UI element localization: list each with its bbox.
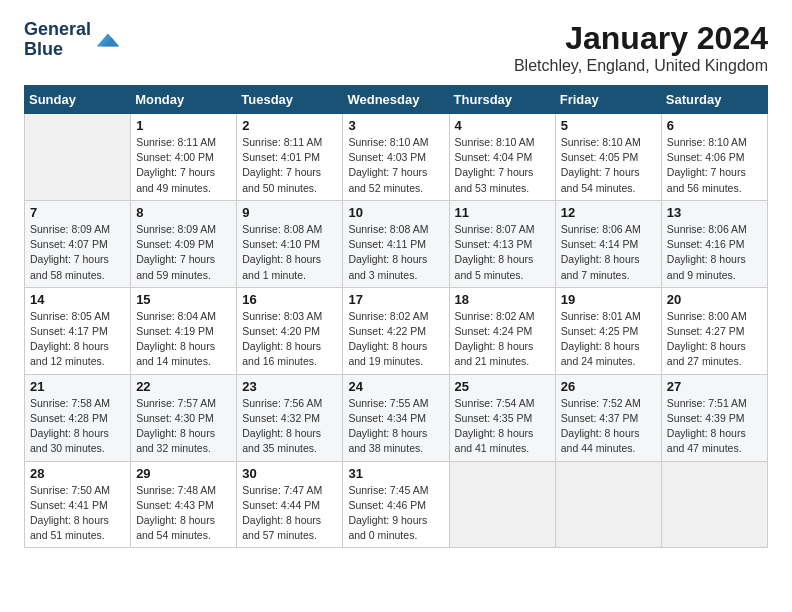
calendar-day-22: 22Sunrise: 7:57 AMSunset: 4:30 PMDayligh… (131, 374, 237, 461)
day-number: 10 (348, 205, 443, 220)
calendar-day-10: 10Sunrise: 8:08 AMSunset: 4:11 PMDayligh… (343, 200, 449, 287)
day-number: 7 (30, 205, 125, 220)
calendar-day-13: 13Sunrise: 8:06 AMSunset: 4:16 PMDayligh… (661, 200, 767, 287)
day-number: 18 (455, 292, 550, 307)
day-info: Sunrise: 7:48 AMSunset: 4:43 PMDaylight:… (136, 483, 231, 544)
calendar-day-20: 20Sunrise: 8:00 AMSunset: 4:27 PMDayligh… (661, 287, 767, 374)
day-info: Sunrise: 8:06 AMSunset: 4:14 PMDaylight:… (561, 222, 656, 283)
calendar-day-16: 16Sunrise: 8:03 AMSunset: 4:20 PMDayligh… (237, 287, 343, 374)
title-area: January 2024 Bletchley, England, United … (514, 20, 768, 75)
day-info: Sunrise: 8:08 AMSunset: 4:10 PMDaylight:… (242, 222, 337, 283)
day-info: Sunrise: 8:02 AMSunset: 4:22 PMDaylight:… (348, 309, 443, 370)
calendar-day-31: 31Sunrise: 7:45 AMSunset: 4:46 PMDayligh… (343, 461, 449, 548)
day-info: Sunrise: 8:02 AMSunset: 4:24 PMDaylight:… (455, 309, 550, 370)
calendar-day-29: 29Sunrise: 7:48 AMSunset: 4:43 PMDayligh… (131, 461, 237, 548)
col-header-tuesday: Tuesday (237, 86, 343, 114)
day-info: Sunrise: 7:54 AMSunset: 4:35 PMDaylight:… (455, 396, 550, 457)
calendar-header-row: SundayMondayTuesdayWednesdayThursdayFrid… (25, 86, 768, 114)
day-number: 2 (242, 118, 337, 133)
day-number: 5 (561, 118, 656, 133)
calendar-day-empty (449, 461, 555, 548)
calendar-day-5: 5Sunrise: 8:10 AMSunset: 4:05 PMDaylight… (555, 114, 661, 201)
day-info: Sunrise: 7:57 AMSunset: 4:30 PMDaylight:… (136, 396, 231, 457)
day-info: Sunrise: 8:03 AMSunset: 4:20 PMDaylight:… (242, 309, 337, 370)
logo: General Blue (24, 20, 121, 60)
calendar-table: SundayMondayTuesdayWednesdayThursdayFrid… (24, 85, 768, 548)
day-number: 26 (561, 379, 656, 394)
day-info: Sunrise: 8:10 AMSunset: 4:03 PMDaylight:… (348, 135, 443, 196)
day-info: Sunrise: 7:45 AMSunset: 4:46 PMDaylight:… (348, 483, 443, 544)
col-header-monday: Monday (131, 86, 237, 114)
calendar-day-6: 6Sunrise: 8:10 AMSunset: 4:06 PMDaylight… (661, 114, 767, 201)
day-info: Sunrise: 7:51 AMSunset: 4:39 PMDaylight:… (667, 396, 762, 457)
col-header-sunday: Sunday (25, 86, 131, 114)
day-info: Sunrise: 8:10 AMSunset: 4:04 PMDaylight:… (455, 135, 550, 196)
day-number: 6 (667, 118, 762, 133)
day-info: Sunrise: 7:47 AMSunset: 4:44 PMDaylight:… (242, 483, 337, 544)
header: General Blue January 2024 Bletchley, Eng… (24, 20, 768, 75)
col-header-saturday: Saturday (661, 86, 767, 114)
day-info: Sunrise: 8:10 AMSunset: 4:06 PMDaylight:… (667, 135, 762, 196)
day-info: Sunrise: 8:04 AMSunset: 4:19 PMDaylight:… (136, 309, 231, 370)
calendar-day-9: 9Sunrise: 8:08 AMSunset: 4:10 PMDaylight… (237, 200, 343, 287)
calendar-day-empty (555, 461, 661, 548)
day-number: 24 (348, 379, 443, 394)
calendar-day-21: 21Sunrise: 7:58 AMSunset: 4:28 PMDayligh… (25, 374, 131, 461)
day-number: 30 (242, 466, 337, 481)
col-header-thursday: Thursday (449, 86, 555, 114)
calendar-day-12: 12Sunrise: 8:06 AMSunset: 4:14 PMDayligh… (555, 200, 661, 287)
calendar-day-25: 25Sunrise: 7:54 AMSunset: 4:35 PMDayligh… (449, 374, 555, 461)
day-number: 9 (242, 205, 337, 220)
day-number: 28 (30, 466, 125, 481)
calendar-week-row: 21Sunrise: 7:58 AMSunset: 4:28 PMDayligh… (25, 374, 768, 461)
day-number: 22 (136, 379, 231, 394)
logo-text: General Blue (24, 20, 91, 60)
calendar-day-1: 1Sunrise: 8:11 AMSunset: 4:00 PMDaylight… (131, 114, 237, 201)
calendar-day-28: 28Sunrise: 7:50 AMSunset: 4:41 PMDayligh… (25, 461, 131, 548)
day-number: 16 (242, 292, 337, 307)
calendar-day-30: 30Sunrise: 7:47 AMSunset: 4:44 PMDayligh… (237, 461, 343, 548)
day-info: Sunrise: 8:10 AMSunset: 4:05 PMDaylight:… (561, 135, 656, 196)
logo-line2: Blue (24, 39, 63, 59)
calendar-week-row: 7Sunrise: 8:09 AMSunset: 4:07 PMDaylight… (25, 200, 768, 287)
day-number: 13 (667, 205, 762, 220)
logo-line1: General (24, 19, 91, 39)
day-info: Sunrise: 8:09 AMSunset: 4:09 PMDaylight:… (136, 222, 231, 283)
calendar-title: January 2024 (514, 20, 768, 57)
col-header-friday: Friday (555, 86, 661, 114)
day-info: Sunrise: 8:11 AMSunset: 4:00 PMDaylight:… (136, 135, 231, 196)
day-info: Sunrise: 8:07 AMSunset: 4:13 PMDaylight:… (455, 222, 550, 283)
day-number: 19 (561, 292, 656, 307)
day-number: 20 (667, 292, 762, 307)
calendar-day-11: 11Sunrise: 8:07 AMSunset: 4:13 PMDayligh… (449, 200, 555, 287)
day-info: Sunrise: 7:55 AMSunset: 4:34 PMDaylight:… (348, 396, 443, 457)
calendar-day-2: 2Sunrise: 8:11 AMSunset: 4:01 PMDaylight… (237, 114, 343, 201)
calendar-day-3: 3Sunrise: 8:10 AMSunset: 4:03 PMDaylight… (343, 114, 449, 201)
day-info: Sunrise: 8:09 AMSunset: 4:07 PMDaylight:… (30, 222, 125, 283)
calendar-day-15: 15Sunrise: 8:04 AMSunset: 4:19 PMDayligh… (131, 287, 237, 374)
day-info: Sunrise: 8:11 AMSunset: 4:01 PMDaylight:… (242, 135, 337, 196)
day-number: 21 (30, 379, 125, 394)
calendar-day-4: 4Sunrise: 8:10 AMSunset: 4:04 PMDaylight… (449, 114, 555, 201)
day-info: Sunrise: 8:06 AMSunset: 4:16 PMDaylight:… (667, 222, 762, 283)
logo-icon (93, 26, 121, 54)
day-number: 4 (455, 118, 550, 133)
day-number: 11 (455, 205, 550, 220)
day-info: Sunrise: 8:00 AMSunset: 4:27 PMDaylight:… (667, 309, 762, 370)
calendar-day-17: 17Sunrise: 8:02 AMSunset: 4:22 PMDayligh… (343, 287, 449, 374)
day-info: Sunrise: 7:56 AMSunset: 4:32 PMDaylight:… (242, 396, 337, 457)
calendar-subtitle: Bletchley, England, United Kingdom (514, 57, 768, 75)
day-number: 31 (348, 466, 443, 481)
calendar-week-row: 1Sunrise: 8:11 AMSunset: 4:00 PMDaylight… (25, 114, 768, 201)
day-number: 3 (348, 118, 443, 133)
day-number: 14 (30, 292, 125, 307)
calendar-day-24: 24Sunrise: 7:55 AMSunset: 4:34 PMDayligh… (343, 374, 449, 461)
day-number: 23 (242, 379, 337, 394)
calendar-day-27: 27Sunrise: 7:51 AMSunset: 4:39 PMDayligh… (661, 374, 767, 461)
day-number: 12 (561, 205, 656, 220)
day-number: 29 (136, 466, 231, 481)
calendar-week-row: 14Sunrise: 8:05 AMSunset: 4:17 PMDayligh… (25, 287, 768, 374)
day-number: 8 (136, 205, 231, 220)
day-number: 27 (667, 379, 762, 394)
day-number: 25 (455, 379, 550, 394)
